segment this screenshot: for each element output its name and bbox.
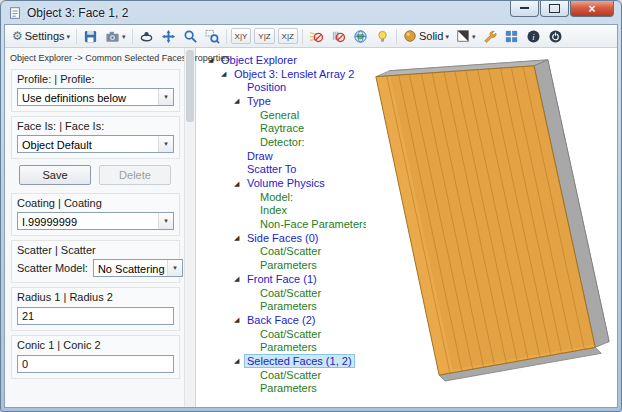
solid-label: Solid <box>419 30 443 42</box>
expand-arrow-icon[interactable]: ◢ <box>234 97 245 104</box>
tree-item[interactable]: Parameters <box>208 382 366 396</box>
axis-view-yz-button[interactable]: Y|Z <box>254 28 274 44</box>
window-icon <box>8 6 22 20</box>
tree-item[interactable]: Coat/Scatter <box>208 327 366 341</box>
copy-image-button[interactable]: ▾ <box>102 27 129 45</box>
minimize-button[interactable] <box>510 1 539 17</box>
settings-button[interactable]: ⚙ Settings ▾ <box>9 27 73 45</box>
face-is-select[interactable]: Object Default ▾ <box>17 135 174 153</box>
tree-item[interactable]: Index <box>208 204 366 218</box>
gear-icon: ⚙ <box>12 30 23 42</box>
toolbar-separator <box>76 29 77 44</box>
face-is-label: Face Is: | Face Is: <box>17 120 174 132</box>
tree-item[interactable]: ◢Selected Faces (1, 2) <box>208 354 366 368</box>
tree-item[interactable]: Coat/Scatter <box>208 368 366 382</box>
scatter-model-row: Scatter Model: No Scattering ▾ <box>17 259 174 277</box>
close-button[interactable]: × <box>570 1 614 17</box>
power-icon <box>548 29 563 44</box>
lenslet-front-face[interactable] <box>376 66 595 375</box>
chevron-down-icon: ▾ <box>67 33 71 40</box>
expand-arrow-icon[interactable]: ◢ <box>221 70 232 77</box>
tree-item[interactable]: Parameters <box>208 299 366 313</box>
radius-input[interactable] <box>17 307 174 325</box>
tree-item[interactable]: Model: <box>208 190 366 204</box>
camera-icon <box>105 29 120 44</box>
window-body: ⚙ Settings ▾ ▾ <box>4 24 618 408</box>
toolbar: ⚙ Settings ▾ ▾ <box>5 25 617 48</box>
info-button[interactable]: i <box>523 27 544 45</box>
close-icon: × <box>588 2 595 16</box>
toolbar-separator <box>396 29 397 44</box>
delete-button[interactable]: Delete <box>99 165 171 185</box>
3d-viewport[interactable] <box>366 48 617 407</box>
globe-icon <box>353 29 368 44</box>
tree-item[interactable]: ◢Type <box>208 94 366 108</box>
conic-label: Conic 1 | Conic 2 <box>17 339 174 351</box>
globe-button[interactable] <box>350 27 371 45</box>
tree-item-label: Type <box>245 95 273 107</box>
power-button[interactable] <box>545 27 566 45</box>
expand-arrow-icon[interactable]: ◢ <box>234 275 245 282</box>
expand-arrow-icon[interactable]: ◢ <box>234 357 245 364</box>
tree-item[interactable]: Scatter To <box>208 163 366 177</box>
tree-item[interactable]: ◢Object Explorer <box>208 53 366 67</box>
lenslet-array-object[interactable] <box>376 60 609 381</box>
tree-item-label: Coat/Scatter <box>258 245 323 257</box>
tree-item[interactable]: Position <box>208 80 366 94</box>
window-layout-button[interactable] <box>501 27 522 45</box>
tree-item[interactable]: Coat/Scatter <box>208 245 366 259</box>
tree-item[interactable]: Raytrace <box>208 121 366 135</box>
lightbulb-button[interactable] <box>372 27 393 45</box>
color-swatch-icon <box>456 29 470 43</box>
expand-arrow-icon[interactable]: ◢ <box>234 234 245 241</box>
zoom-tool-button[interactable] <box>180 27 201 45</box>
toggle-detectors-button[interactable] <box>328 27 349 45</box>
coating-select[interactable]: I.99999999 ▾ <box>17 212 174 230</box>
tree-item-label: Object 3: Lenslet Array 2 <box>232 68 356 80</box>
window-title: Object 3: Face 1, 2 <box>27 6 128 20</box>
tree-item-label: General <box>258 109 301 121</box>
window-titlebar[interactable]: Object 3: Face 1, 2 × <box>1 1 621 24</box>
coating-value: I.99999999 <box>18 213 158 229</box>
tree-item[interactable]: Parameters <box>208 258 366 272</box>
pan-tool-button[interactable] <box>158 27 179 45</box>
tree-item[interactable]: Detector: <box>208 135 366 149</box>
fill-color-dropdown[interactable]: ▾ <box>453 27 479 45</box>
profile-select[interactable]: Use definitions below ▾ <box>17 88 174 106</box>
toolbar-separator <box>226 29 227 44</box>
tree-item[interactable]: General <box>208 108 366 122</box>
tree-item[interactable]: ◢Back Face (2) <box>208 313 366 327</box>
tree-item-label: Object Explorer <box>219 54 299 66</box>
tree-item[interactable]: Parameters <box>208 340 366 354</box>
save-image-button[interactable] <box>80 27 101 45</box>
axis-view-xz-button[interactable]: X|Z <box>278 28 298 44</box>
chevron-down-icon: ▾ <box>158 136 173 152</box>
tree-item[interactable]: ◢Front Face (1) <box>208 272 366 286</box>
rotate-tool-button[interactable] <box>136 27 157 45</box>
config-wrench-button[interactable] <box>479 27 500 45</box>
info-icon: i <box>526 29 541 44</box>
orbit-icon <box>139 29 154 44</box>
maximize-button[interactable] <box>540 1 569 17</box>
conic-input[interactable] <box>17 355 174 373</box>
expand-arrow-icon[interactable]: ◢ <box>234 316 245 323</box>
solid-mode-dropdown[interactable]: Solid ▾ <box>400 27 452 45</box>
tree-item[interactable]: ◢Object 3: Lenslet Array 2 <box>208 67 366 81</box>
tree-item-label: Coat/Scatter <box>258 369 323 381</box>
grid-icon <box>504 29 519 44</box>
tree-item[interactable]: Non-Face Parameters <box>208 217 366 231</box>
save-button[interactable]: Save <box>19 165 91 185</box>
expand-arrow-icon[interactable]: ◢ <box>234 180 245 187</box>
tree-item[interactable]: Draw <box>208 149 366 163</box>
tree-item-label: Front Face (1) <box>245 273 319 285</box>
zoom-window-button[interactable] <box>202 27 223 45</box>
scatter-model-select[interactable]: No Scattering ▾ <box>93 259 183 277</box>
face-is-group: Face Is: | Face Is: Object Default ▾ <box>11 116 180 159</box>
scrollbar-thumb[interactable] <box>186 50 194 122</box>
tree-item[interactable]: ◢Volume Physics <box>208 176 366 190</box>
panel-scrollbar[interactable] <box>184 48 195 407</box>
tree-item[interactable]: ◢Side Faces (0) <box>208 231 366 245</box>
axis-view-xy-button[interactable]: X|Y <box>231 28 252 44</box>
tree-item[interactable]: Coat/Scatter <box>208 286 366 300</box>
toggle-rays-button[interactable] <box>306 27 327 45</box>
